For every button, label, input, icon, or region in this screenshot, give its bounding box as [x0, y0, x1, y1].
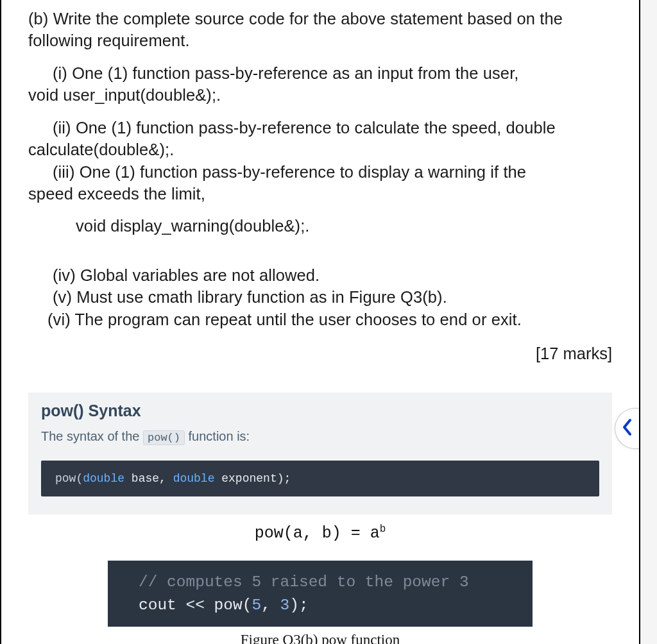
- syntax-desc-suffix: function is:: [185, 429, 250, 443]
- chevron-left-icon: [621, 418, 634, 439]
- example-suffix: );: [289, 597, 308, 614]
- document-page: (b) Write the complete source code for t…: [0, 0, 640, 644]
- example-comment: // computes 5 raised to the power 3: [139, 571, 520, 594]
- figure-caption: Figure Q3(b) pow function: [28, 632, 612, 644]
- requirement-ii-line1: (ii) One (1) function pass-by-reference …: [28, 117, 612, 139]
- requirement-ii-line2: calculate(double&);.: [28, 139, 612, 160]
- pow-syntax-box: pow() Syntax The syntax of the pow() fun…: [28, 393, 612, 514]
- question-part-b: (b) Write the complete source code for t…: [28, 8, 612, 52]
- formula-sup: b: [380, 523, 386, 535]
- requirement-i-line2: void user_input(double&);.: [28, 84, 612, 106]
- pow-syntax-title: pow() Syntax: [41, 402, 599, 420]
- requirement-iii-line3: void display_warning(double&);.: [28, 215, 612, 237]
- formula-left: pow(a, b) = a: [255, 524, 380, 543]
- requirement-v: (v) Must use cmath library function as i…: [28, 286, 612, 308]
- question-content: (b) Write the complete source code for t…: [1, 0, 639, 644]
- inline-code-pow: pow(): [143, 430, 185, 445]
- code-exponent: exponent);: [214, 472, 291, 485]
- requirement-iv: (iv) Global variables are not allowed.: [28, 264, 612, 286]
- pow-example-code: // computes 5 raised to the power 3 cout…: [108, 561, 533, 627]
- code-pow: pow(: [55, 472, 83, 485]
- requirement-i-line1: (i) One (1) function pass-by-reference a…: [28, 62, 612, 84]
- pow-syntax-desc: The syntax of the pow() function is:: [41, 429, 599, 444]
- marks-label: [17 marks]: [28, 344, 612, 363]
- requirement-iii-line1: (iii) One (1) function pass-by-reference…: [28, 161, 612, 183]
- code-type-double-1: double: [83, 472, 124, 485]
- example-n2: 3: [280, 597, 290, 614]
- example-line: cout << pow(5, 3);: [139, 594, 520, 617]
- code-type-double-2: double: [173, 472, 215, 485]
- requirement-vi: (vi) The program can repeat until the us…: [28, 309, 612, 330]
- code-base: base,: [124, 472, 173, 485]
- requirement-iii-line2: speed exceeds the limit,: [28, 183, 612, 205]
- example-n1: 5: [252, 597, 261, 614]
- example-comma: ,: [261, 597, 280, 614]
- pow-formula: pow(a, b) = ab: [28, 523, 612, 543]
- pow-signature-code: pow(double base, double exponent);: [41, 461, 599, 496]
- example-prefix: cout << pow(: [139, 597, 252, 614]
- syntax-desc-prefix: The syntax of the: [41, 429, 143, 443]
